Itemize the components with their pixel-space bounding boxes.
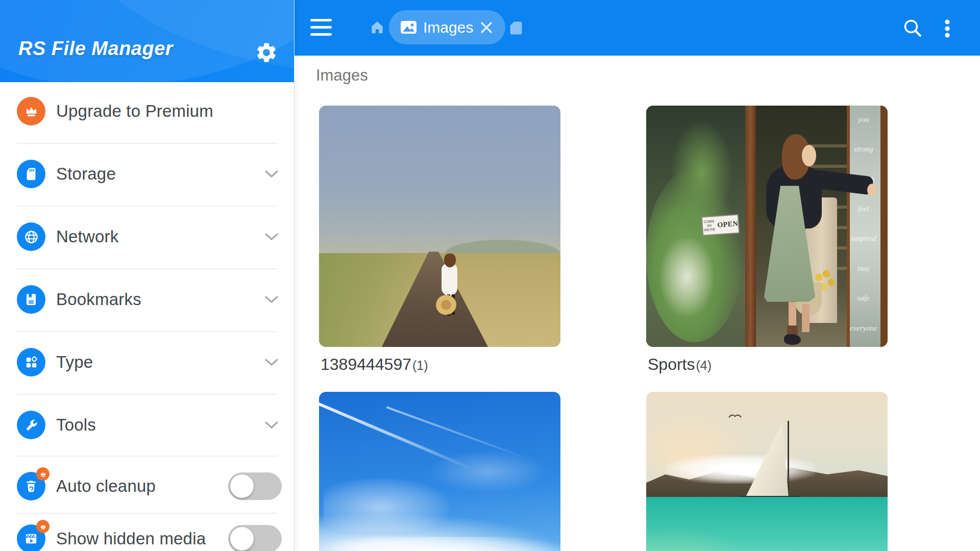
- category-grid-icon: [17, 348, 45, 377]
- plant: [670, 120, 733, 226]
- globe-icon: [17, 222, 45, 251]
- wrench-icon: [17, 411, 45, 439]
- app-title: RS File Manager: [18, 38, 173, 60]
- sidebar-item-label: Network: [56, 206, 118, 268]
- hand: [867, 184, 877, 196]
- folder-count: (4): [696, 358, 712, 373]
- hamburger-menu-icon[interactable]: [310, 19, 332, 36]
- folder-tile-shop[interactable]: youstrongenoughfeelinspiredstaysafeevery…: [646, 106, 888, 347]
- folder-count: (1): [412, 358, 428, 373]
- glass-word: you: [858, 115, 869, 124]
- folder-tile-field[interactable]: [319, 106, 560, 347]
- sidebar-item-type[interactable]: Type: [0, 331, 294, 393]
- chevron-down-icon[interactable]: [264, 169, 279, 179]
- white-flowers: [660, 238, 714, 315]
- sd-card-icon: [17, 160, 45, 188]
- sock: [787, 325, 798, 335]
- sidebar-item-label: Tools: [56, 394, 96, 456]
- search-icon[interactable]: [902, 18, 923, 40]
- sidebar-item-tools[interactable]: Tools: [0, 394, 294, 456]
- drawer-header: RS File Manager: [0, 0, 294, 82]
- sidebar-item-network[interactable]: Network: [0, 206, 294, 268]
- folder-label: 1389444597 (1): [321, 355, 428, 374]
- tab-label: Images: [423, 19, 473, 36]
- sidebar-item-label: Show hidden media: [56, 508, 206, 551]
- shallow-water: [646, 524, 779, 551]
- cloud: [319, 537, 560, 551]
- folder-label: Sports (4): [648, 355, 712, 374]
- file-tab-icon[interactable]: [510, 21, 522, 37]
- sidebar-item-storage[interactable]: Storage: [0, 143, 294, 205]
- walking-woman: [439, 254, 461, 329]
- folder-tile-sky[interactable]: [319, 392, 560, 551]
- premium-crown-badge: [36, 520, 50, 533]
- folder-name: 1389444597: [321, 355, 411, 374]
- page-title: Images: [316, 66, 368, 85]
- image-icon: [401, 21, 416, 34]
- toggle-knob: [230, 527, 254, 550]
- leg: [802, 304, 810, 332]
- close-icon[interactable]: [480, 21, 493, 34]
- bird-icon: [728, 412, 742, 419]
- tab-images[interactable]: Images: [389, 10, 505, 44]
- crown-icon: [17, 97, 45, 126]
- sidebar-item-label: Type: [56, 331, 93, 393]
- chevron-down-icon[interactable]: [264, 232, 279, 241]
- chevron-down-icon[interactable]: [264, 295, 279, 304]
- navigation-drawer: RS File Manager Upgrade to Premium Stora…: [0, 0, 295, 551]
- open-sign: COME IN!WE'REOPEN: [701, 214, 740, 236]
- chevron-down-icon[interactable]: [264, 420, 279, 430]
- sidebar-item-show-hidden-media[interactable]: Show hidden media: [0, 508, 294, 551]
- folder-tile-sea[interactable]: [646, 392, 888, 551]
- bookmark-icon: [17, 285, 45, 314]
- face: [802, 145, 816, 166]
- sidebar-item-label: Bookmarks: [56, 268, 141, 331]
- overflow-menu-icon[interactable]: [943, 18, 951, 41]
- cloud: [666, 455, 815, 484]
- shopkeeper-woman: [760, 132, 871, 347]
- wood-door-frame: [880, 106, 888, 347]
- toggle-show-hidden-media[interactable]: [228, 525, 282, 551]
- folder-name: Sports: [648, 355, 695, 374]
- home-icon[interactable]: [370, 20, 385, 37]
- sidebar-item-bookmarks[interactable]: Bookmarks: [0, 268, 294, 331]
- white-dress: [442, 263, 457, 296]
- wood-door-frame: [745, 106, 756, 347]
- gear-icon[interactable]: [255, 41, 278, 64]
- chevron-down-icon[interactable]: [264, 358, 279, 367]
- toggle-auto-cleanup[interactable]: [228, 472, 282, 500]
- shoe: [784, 334, 801, 345]
- premium-crown-badge: [36, 467, 50, 481]
- sidebar-item-upgrade-to-premium[interactable]: Upgrade to Premium: [0, 80, 294, 142]
- hair: [444, 254, 456, 267]
- toggle-knob: [230, 474, 254, 498]
- sidebar-item-label: Upgrade to Premium: [56, 80, 213, 142]
- sidebar-item-label: Storage: [56, 143, 116, 205]
